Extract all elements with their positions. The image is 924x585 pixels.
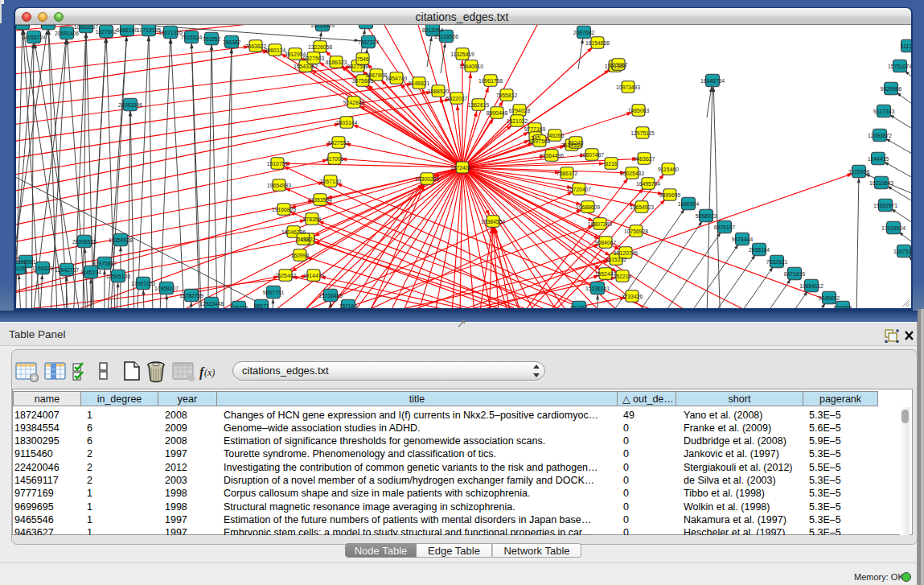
svg-text:9777169: 9777169 [524,126,546,132]
svg-text:10025433: 10025433 [620,171,644,176]
svg-text:19654923: 19654923 [630,204,654,210]
svg-text:9115460: 9115460 [658,167,679,172]
svg-text:252214: 252214 [614,274,632,279]
svg-text:8813054: 8813054 [422,27,444,33]
svg-text:160994: 160994 [291,253,310,258]
svg-text:16648784: 16648784 [700,78,725,84]
svg-text:15751074: 15751074 [888,64,911,69]
svg-text:1910755: 1910755 [267,161,289,167]
svg-text:19384554: 19384554 [481,219,505,225]
svg-text:12923448: 12923448 [199,301,224,307]
svg-text:5322037: 5322037 [446,96,468,101]
svg-text:751552: 751552 [203,36,221,42]
svg-text:10719185: 10719185 [137,27,161,33]
svg-text:30975887: 30975887 [92,261,117,266]
svg-text:3875685: 3875685 [352,78,374,84]
svg-text:98577: 98577 [254,303,269,309]
svg-text:11123: 11123 [901,43,911,49]
svg-text:16046736: 16046736 [281,229,306,235]
svg-text:9899695: 9899695 [659,192,681,198]
svg-text:7546: 7546 [356,56,368,62]
svg-text:9084067: 9084067 [595,240,617,245]
svg-text:20053346: 20053346 [118,102,142,108]
svg-text:9227343: 9227343 [873,109,895,114]
svg-text:8427552: 8427552 [328,140,350,146]
svg-text:8454749: 8454749 [386,76,408,81]
svg-text:129234: 129234 [230,305,248,309]
svg-text:16495794: 16495794 [636,181,660,187]
svg-text:1914479: 1914479 [303,273,325,278]
svg-text:2967608: 2967608 [366,72,388,78]
svg-text:1145194: 1145194 [80,270,101,275]
svg-text:15692971: 15692971 [873,203,897,208]
svg-text:19654983: 19654983 [267,183,291,188]
svg-text:15136141: 15136141 [585,286,610,291]
svg-text:16210643: 16210643 [869,180,893,186]
svg-text:1167533: 1167533 [893,249,911,254]
svg-text:8990448: 8990448 [487,110,508,116]
svg-text:9329966: 9329966 [881,86,902,92]
svg-text:1615132: 1615132 [606,257,627,262]
svg-text:9327503: 9327503 [303,56,325,61]
svg-text:924565: 924565 [834,305,852,309]
svg-text:20816: 20816 [41,25,56,27]
svg-text:6497568: 6497568 [529,138,551,144]
svg-text:5498: 5498 [297,237,309,242]
svg-text:19218506: 19218506 [434,34,458,39]
svg-text:39159: 39159 [16,266,27,271]
svg-text:8960124: 8960124 [265,47,286,53]
svg-text:2935114: 2935114 [749,247,770,253]
svg-text:2803144: 2803144 [336,120,358,126]
svg-text:18300295: 18300295 [415,176,439,182]
svg-text:9242848: 9242848 [343,100,365,105]
svg-text:11353594: 11353594 [308,197,332,203]
svg-text:16543362: 16543362 [294,64,318,69]
svg-text:1733426: 1733426 [622,294,643,299]
svg-text:19166825: 19166825 [272,207,296,212]
svg-text:3215958: 3215958 [848,169,870,175]
svg-text:1156829: 1156829 [32,266,53,271]
svg-text:7515524: 7515524 [181,35,203,40]
svg-text:9857791: 9857791 [263,290,285,295]
svg-text:17359928: 17359928 [109,237,133,243]
svg-text:8471676: 8471676 [784,271,806,277]
svg-text:11325419: 11325419 [450,51,474,57]
svg-text:36245: 36245 [569,140,584,146]
svg-text:10958107: 10958107 [154,286,179,291]
svg-text:7955812: 7955812 [496,93,518,98]
svg-text:417006: 417006 [326,156,344,162]
svg-text:6879197: 6879197 [714,225,736,230]
svg-text:766382: 766382 [223,39,241,45]
svg-text:17016504: 17016504 [881,225,906,231]
svg-text:18235: 18235 [16,25,31,27]
svg-text:10688609: 10688609 [576,204,600,210]
svg-text:1588520: 1588520 [428,89,450,94]
svg-text:18724007: 18724007 [450,165,474,171]
svg-text:5958923: 5958923 [696,213,717,219]
svg-text:7357224: 7357224 [358,39,380,45]
svg-text:881305: 881305 [357,25,376,26]
svg-text:16671355: 16671355 [158,30,183,35]
svg-text:(x): (x) [204,367,215,378]
svg-text:9474444: 9474444 [732,237,754,242]
svg-text:10807487: 10807487 [580,152,604,158]
svg-text:1115061: 1115061 [16,259,36,265]
svg-text:17957223: 17957223 [131,281,155,286]
svg-text:20206535: 20206535 [72,239,97,245]
svg-text:1621022: 1621022 [507,118,528,124]
svg-text:1362615: 1362615 [468,102,490,108]
svg-text:1244415: 1244415 [868,156,889,162]
svg-text:10653267: 10653267 [74,25,98,30]
svg-text:1327602: 1327602 [96,29,117,35]
svg-text:18807249: 18807249 [588,221,612,227]
svg-text:9463627: 9463627 [634,156,655,162]
svg-text:12942757: 12942757 [55,267,79,273]
svg-text:8186323: 8186323 [326,60,347,65]
svg-text:9146821: 9146821 [409,80,430,86]
svg-text:15640910: 15640910 [459,64,483,69]
svg-text:12505135: 12505135 [106,274,130,279]
svg-text:157164: 157164 [339,303,358,309]
svg-text:3267130: 3267130 [320,179,342,184]
svg-text:151361: 151361 [570,305,589,309]
svg-text:16961758: 16961758 [478,78,503,84]
